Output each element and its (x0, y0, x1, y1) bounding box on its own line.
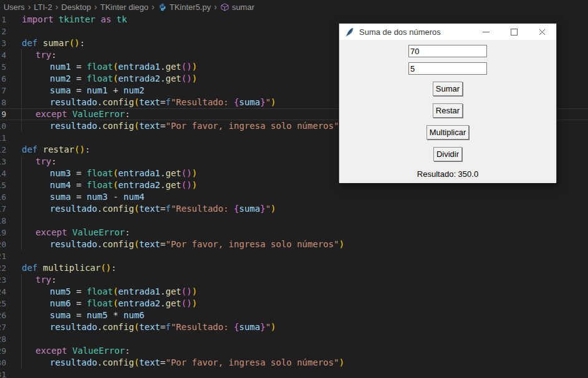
line-number: 24 (0, 286, 6, 298)
line-number: 8 (0, 97, 6, 108)
breadcrumb-item-symbol[interactable]: sumar (231, 2, 255, 12)
tk-feather-icon (345, 27, 354, 37)
chevron-right-icon (28, 1, 31, 13)
code-text: import tkinter as tk (22, 14, 127, 26)
close-button[interactable] (528, 24, 556, 40)
line-number: 22 (0, 262, 6, 274)
code-line[interactable]: 19except ValueError: (0, 227, 588, 239)
code-line[interactable]: 18 (0, 215, 588, 227)
code-text: resultado.config(text=f"Resultado: {suma… (50, 203, 276, 215)
code-line[interactable]: 31 (0, 369, 588, 378)
indent-guide (21, 309, 22, 321)
chevron-right-icon (94, 1, 97, 13)
code-line[interactable]: 26suma = num5 * num6 (0, 309, 588, 321)
line-number: 20 (0, 239, 6, 250)
indent-guide (21, 179, 22, 191)
code-line[interactable]: 28 (0, 333, 588, 345)
line-number: 3 (0, 37, 6, 49)
multiplicar-button[interactable]: Multiplicar (427, 125, 470, 139)
code-line[interactable]: 27resultado.config(text=f"Resultado: {su… (0, 321, 588, 333)
code-text: resultado.config(text="Por favor, ingres… (50, 120, 344, 132)
sumar-button[interactable]: Sumar (433, 82, 463, 96)
indent-guide (21, 49, 22, 61)
code-text: num3 = float(entrada1.get()) (50, 168, 197, 179)
window-title: Suma de dos números (359, 27, 472, 37)
code-line[interactable]: 23try: (0, 274, 588, 286)
code-line[interactable]: 24num5 = float(entrada1.get()) (0, 286, 588, 298)
minimize-button[interactable] (472, 24, 500, 40)
line-number: 5 (0, 61, 6, 73)
code-text: suma = num3 - num4 (50, 191, 145, 203)
line-number: 2 (0, 26, 6, 37)
indent-guide (21, 120, 22, 132)
code-text: def multiplicar(): (22, 262, 117, 274)
indent-guide (21, 321, 22, 333)
line-number: 25 (0, 298, 6, 309)
line-number: 4 (0, 49, 6, 61)
chevron-right-icon (152, 1, 155, 13)
code-text: try: (36, 49, 57, 61)
line-number: 14 (0, 168, 6, 179)
indent-guide (21, 191, 22, 203)
line-number: 17 (0, 203, 6, 215)
indent-guide (21, 286, 22, 298)
code-text: resultado.config(text=f"Resultado: {suma… (50, 97, 276, 108)
indent-guide (21, 333, 22, 345)
line-number: 12 (0, 144, 6, 156)
line-number: 10 (0, 120, 6, 132)
code-line[interactable]: 30resultado.config(text="Por favor, ingr… (0, 357, 588, 369)
code-line[interactable]: 17resultado.config(text=f"Resultado: {su… (0, 203, 588, 215)
code-text: resultado.config(text="Por favor, ingres… (50, 357, 344, 369)
code-text: num5 = float(entrada1.get()) (50, 286, 197, 298)
breadcrumb-item-folder[interactable]: TKinter diego (100, 2, 149, 12)
line-number: 26 (0, 309, 6, 321)
line-number: 29 (0, 345, 6, 357)
window-body: Sumar Restar Multiplicar Dividir Resulta… (339, 40, 556, 183)
code-text: except ValueError: (36, 227, 130, 239)
line-number: 11 (0, 132, 6, 144)
code-line[interactable]: 20resultado.config(text="Por favor, ingr… (0, 239, 588, 250)
indent-guide (21, 168, 22, 179)
code-line[interactable]: 22def multiplicar(): (0, 262, 588, 274)
maximize-button[interactable] (500, 24, 528, 40)
code-text: num2 = float(entrada2.get()) (50, 73, 197, 85)
code-line[interactable]: 21 (0, 250, 588, 262)
indent-guide (21, 156, 22, 168)
code-line[interactable]: 29except ValueError: (0, 345, 588, 357)
entry-number-2[interactable] (408, 62, 487, 75)
code-line[interactable]: 25num6 = float(entrada2.get()) (0, 298, 588, 309)
chevron-right-icon (0, 1, 1, 13)
line-number: 28 (0, 333, 6, 345)
chevron-right-icon (214, 1, 217, 13)
window-titlebar[interactable]: Suma de dos números (339, 24, 556, 40)
code-text: try: (36, 274, 57, 286)
chevron-right-icon (55, 1, 59, 13)
code-line[interactable]: 16suma = num3 - num4 (0, 191, 588, 203)
code-text: resultado.config(text="Por favor, ingres… (50, 239, 344, 250)
breadcrumb-item-lti2[interactable]: LTI-2 (33, 2, 52, 12)
indent-guide (21, 85, 22, 97)
line-number: 1 (0, 14, 6, 26)
entry-number-1[interactable] (408, 45, 487, 57)
indent-guide (21, 73, 22, 85)
indent-guide (21, 203, 22, 215)
restar-button[interactable]: Restar (433, 103, 463, 118)
line-number: 9 (0, 108, 6, 120)
line-number: 6 (0, 73, 6, 85)
line-number: 31 (0, 369, 6, 378)
line-number: 30 (0, 357, 6, 369)
indent-guide (21, 345, 22, 357)
result-label: Resultado: 350.0 (417, 169, 478, 179)
dividir-button[interactable]: Dividir (433, 147, 462, 161)
line-number: 7 (0, 85, 6, 97)
maximize-icon (511, 29, 518, 35)
code-text: suma = num5 * num6 (50, 309, 145, 321)
line-number: 13 (0, 156, 6, 168)
breadcrumb-item-file[interactable]: TKinter5.py (169, 2, 211, 12)
indent-guide (21, 97, 22, 108)
indent-guide (21, 61, 22, 73)
line-number: 16 (0, 191, 6, 203)
breadcrumb-item-desktop[interactable]: Desktop (60, 2, 92, 12)
breadcrumb-item-users[interactable]: Users (3, 2, 26, 12)
indent-guide (21, 298, 22, 309)
